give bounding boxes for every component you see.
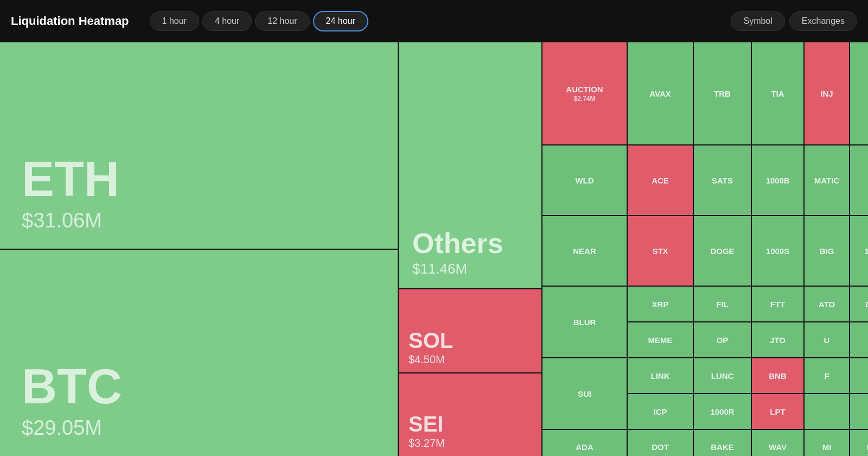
tia-cell: TIA: [752, 42, 803, 144]
wav-cell: WAV: [752, 430, 803, 456]
avax-cell: AVAX: [628, 42, 693, 144]
xrp-cell: XRP: [628, 287, 693, 321]
others-value: $11.46M: [412, 261, 528, 277]
sei-value: $3.27M: [409, 437, 532, 449]
big-cell: BIG: [805, 216, 849, 286]
icp-cell: ICP: [628, 394, 693, 429]
u-cell: U: [805, 322, 849, 357]
lunc-cell: LUNC: [694, 358, 751, 393]
inj-cell: INJ: [805, 42, 849, 144]
symbol-button[interactable]: Symbol: [731, 11, 784, 31]
matic-cell: MATIC: [805, 145, 849, 215]
ace-cell: ACE: [628, 145, 693, 215]
wld-cell: WLD: [542, 145, 627, 215]
right-buttons: Symbol Exchanges: [731, 11, 857, 31]
col-mid: Others $11.46M SOL $4.50M SEI $3.27M ORD…: [399, 42, 542, 456]
trb-cell: TRB: [694, 42, 751, 144]
col-left: ETH $31.06M BTC $29.05M: [0, 42, 399, 456]
others-cell: Others $11.46M: [399, 42, 541, 289]
btc-cell: BTC $29.05M: [0, 250, 398, 456]
g-cell: G: [850, 358, 868, 393]
doge-cell: DOGE: [694, 216, 751, 286]
sui-cell: SUI: [542, 358, 627, 429]
sei-symbol: SEI: [409, 413, 532, 435]
sol-value: $4.50M: [409, 353, 532, 366]
auction-cell: AUCTION$2.74M: [542, 42, 627, 144]
filter-24hour[interactable]: 24 hour: [313, 11, 368, 31]
header: Liquidation Heatmap 1 hour 4 hour 12 hou…: [0, 0, 868, 42]
eth-value: $31.06M: [22, 209, 376, 232]
empty-cell: [850, 42, 868, 144]
filter-4hour[interactable]: 4 hour: [202, 11, 252, 31]
1000b-cell: 1000B: [752, 145, 803, 215]
empty-cell: [850, 145, 868, 215]
sei-cell: SEI $3.27M: [399, 373, 541, 456]
filter-12hour[interactable]: 12 hour: [255, 11, 309, 31]
sats-cell: SATS: [694, 145, 751, 215]
filter-1hour[interactable]: 1 hour: [150, 11, 199, 31]
fil-cell: FIL: [694, 287, 751, 321]
im-cell: IM: [850, 430, 868, 456]
exchanges-button[interactable]: Exchanges: [789, 11, 857, 31]
100-cell: 100: [850, 216, 868, 286]
blur-cell: BLUR: [542, 287, 627, 357]
op-cell: OP: [694, 322, 751, 357]
logo: Liquidation Heatmap: [11, 14, 129, 28]
heatmap: ETH $31.06M BTC $29.05M Others $11.46M S…: [0, 42, 868, 456]
dot-cell: DOT: [628, 430, 693, 456]
mi-cell: MI: [805, 430, 849, 456]
btc-symbol: BTC: [22, 362, 376, 411]
bnb-cell: BNB: [752, 358, 803, 393]
empty-cell: [805, 394, 849, 429]
right-grid: AUCTION$2.74MAVAXTRBTIAINJWLDACESATS1000…: [542, 42, 868, 456]
1000s-cell: 1000S: [752, 216, 803, 286]
meme-cell: MEME: [628, 322, 693, 357]
ada-cell: ADA: [542, 430, 627, 456]
near-cell: NEAR: [542, 216, 627, 286]
sol-symbol: SOL: [409, 330, 532, 351]
lpt-cell: LPT: [752, 394, 803, 429]
btc-value: $29.05M: [22, 416, 376, 440]
ftt-cell: FTT: [752, 287, 803, 321]
jto-cell: JTO: [752, 322, 803, 357]
a-cell: A: [850, 322, 868, 357]
1000r-cell: 1000R: [694, 394, 751, 429]
empty-cell: [850, 394, 868, 429]
eth-cell: ETH $31.06M: [0, 42, 398, 250]
link-cell: LINK: [628, 358, 693, 393]
others-symbol: Others: [412, 229, 528, 257]
stx-cell: STX: [628, 216, 693, 286]
eth-symbol: ETH: [22, 155, 376, 204]
ato-cell: ATO: [805, 287, 849, 321]
dy-cell: DY: [850, 287, 868, 321]
bake-cell: BAKE: [694, 430, 751, 456]
sol-cell: SOL $4.50M: [399, 289, 541, 373]
f-cell: F: [805, 358, 849, 393]
time-filters: 1 hour 4 hour 12 hour 24 hour: [150, 11, 368, 31]
